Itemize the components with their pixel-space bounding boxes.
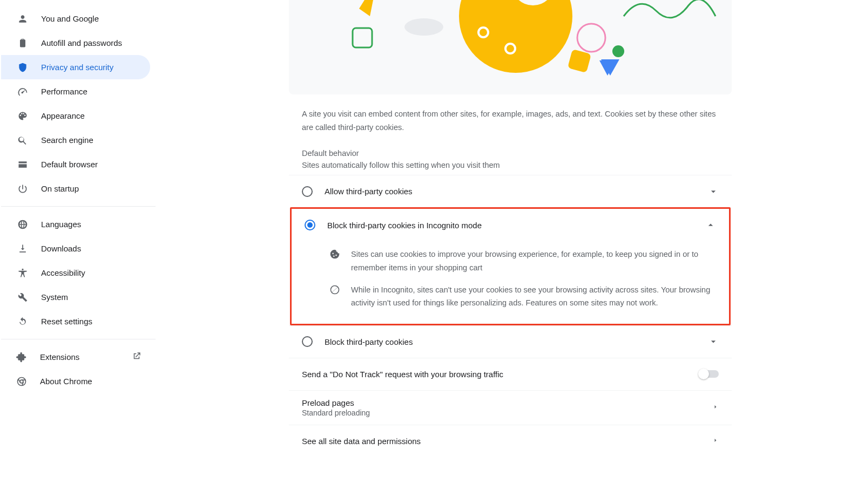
sidebar-item-label: On startup (41, 184, 79, 193)
arrow-right-icon (712, 436, 719, 446)
sidebar-item-languages[interactable]: Languages (1, 212, 150, 236)
chevron-up-icon (705, 220, 716, 230)
sidebar-item-label: Extensions (40, 352, 79, 362)
preload-pages-row[interactable]: Preload pages Standard preloading (289, 390, 732, 425)
preload-subtitle: Standard preloading (302, 408, 712, 417)
default-behavior-title: Default behavior (289, 134, 732, 161)
chevron-down-icon (708, 336, 719, 347)
detail-text-2: While in Incognito, sites can't use your… (351, 283, 716, 310)
sidebar-item-privacy-security[interactable]: Privacy and security (1, 55, 150, 79)
sidebar-item-label: Accessibility (41, 268, 85, 277)
dnt-label: Send a "Do Not Track" request with your … (302, 370, 699, 379)
sidebar-item-label: Performance (41, 87, 87, 96)
svg-point-0 (18, 377, 26, 385)
radio-unchecked-icon (302, 336, 313, 347)
option-label: Block third-party cookies (325, 337, 708, 346)
cookies-description: A site you visit can embed content from … (289, 94, 732, 134)
sidebar-item-search-engine[interactable]: Search engine (1, 128, 150, 152)
sidebar-item-performance[interactable]: Performance (1, 79, 150, 104)
arrow-right-icon (712, 403, 719, 412)
cookie-icon (329, 249, 340, 260)
svg-rect-7 (353, 28, 372, 47)
wrench-icon (17, 292, 28, 303)
see-all-label: See all site data and permissions (302, 437, 712, 446)
illustration-svg (289, 0, 732, 94)
highlighted-option-box: Block third-party cookies in Incognito m… (290, 207, 731, 325)
svg-point-8 (577, 24, 605, 52)
chrome-icon (16, 376, 27, 387)
option-details: Sites can use cookies to improve your br… (292, 241, 729, 324)
sidebar-item-autofill[interactable]: Autofill and passwords (1, 31, 150, 55)
svg-rect-10 (568, 49, 591, 73)
search-icon (17, 135, 28, 146)
sidebar-item-label: About Chrome (40, 377, 92, 386)
option-block-third-party[interactable]: Block third-party cookies (289, 325, 732, 358)
do-not-track-row[interactable]: Send a "Do Not Track" request with your … (289, 358, 732, 390)
accessibility-icon (17, 268, 28, 278)
svg-point-2 (459, 0, 572, 73)
palette-icon (17, 111, 28, 121)
sidebar-item-label: Privacy and security (41, 63, 113, 72)
sidebar-item-on-startup[interactable]: On startup (1, 176, 150, 201)
reset-icon (17, 316, 28, 327)
power-icon (17, 183, 28, 194)
sidebar-item-you-and-google[interactable]: You and Google (1, 6, 150, 31)
sidebar-item-label: Downloads (41, 244, 81, 253)
globe-icon (17, 219, 28, 230)
radio-checked-icon (305, 220, 315, 230)
radio-unchecked-icon (302, 186, 313, 197)
cookie-illustration (289, 0, 732, 94)
external-link-icon (132, 351, 141, 363)
svg-point-9 (612, 45, 624, 57)
shield-icon (17, 62, 28, 73)
sidebar-item-downloads[interactable]: Downloads (1, 236, 150, 261)
clipboard-icon (17, 38, 28, 49)
download-icon (17, 243, 28, 254)
preload-title: Preload pages (302, 398, 712, 407)
sidebar-item-extensions[interactable]: Extensions (0, 345, 151, 369)
option-label: Block third-party cookies in Incognito m… (327, 221, 705, 230)
sidebar-item-label: Autofill and passwords (41, 38, 122, 47)
svg-point-6 (404, 18, 443, 36)
sidebar-item-reset[interactable]: Reset settings (1, 309, 150, 333)
sidebar-item-system[interactable]: System (1, 285, 150, 309)
sidebar-item-label: Search engine (41, 135, 93, 145)
option-block-incognito[interactable]: Block third-party cookies in Incognito m… (292, 209, 729, 241)
default-behavior-subtitle: Sites automatically follow this setting … (289, 161, 732, 175)
sidebar-item-label: Languages (41, 220, 81, 229)
option-allow-third-party[interactable]: Allow third-party cookies (289, 175, 732, 207)
sidebar-item-label: Appearance (41, 111, 85, 120)
extension-icon (16, 352, 27, 363)
block-icon (329, 284, 340, 295)
sidebar-item-accessibility[interactable]: Accessibility (1, 261, 150, 285)
toggle-off[interactable] (699, 370, 719, 378)
sidebar-item-default-browser[interactable]: Default browser (1, 152, 150, 176)
sidebar-item-about-chrome[interactable]: About Chrome (0, 369, 151, 393)
sidebar-item-label: System (41, 292, 68, 302)
speedometer-icon (17, 86, 28, 97)
detail-text-1: Sites can use cookies to improve your br… (351, 248, 716, 274)
option-label: Allow third-party cookies (325, 187, 708, 196)
sidebar-item-label: You and Google (41, 14, 99, 23)
settings-sidebar: You and Google Autofill and passwords Pr… (0, 0, 157, 504)
person-icon (17, 13, 28, 24)
browser-icon (17, 159, 28, 170)
sidebar-item-appearance[interactable]: Appearance (1, 104, 150, 128)
chevron-down-icon (708, 186, 719, 197)
sidebar-item-label: Reset settings (41, 317, 92, 326)
see-all-site-data-row[interactable]: See all site data and permissions (289, 425, 732, 457)
sidebar-item-label: Default browser (41, 160, 98, 169)
main-content: A site you visit can embed content from … (157, 0, 864, 504)
